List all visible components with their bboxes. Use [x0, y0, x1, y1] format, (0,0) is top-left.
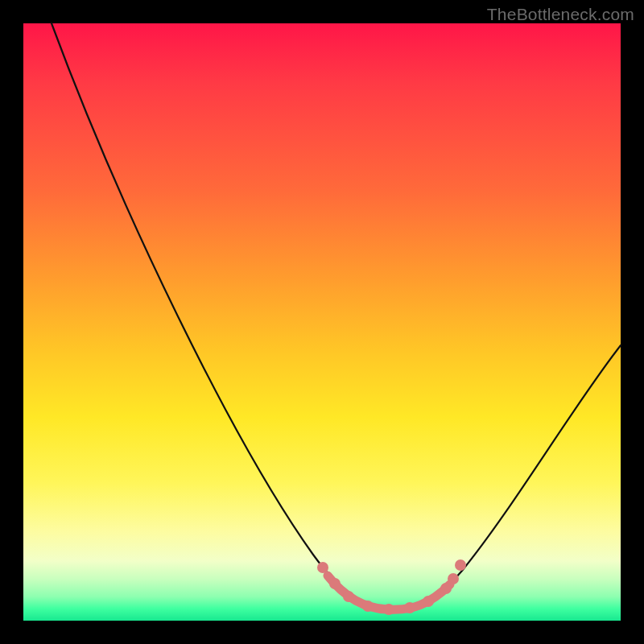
chart-frame: TheBottleneck.com	[0, 0, 644, 644]
curve-layer	[23, 23, 621, 621]
bottleneck-curve	[52, 23, 621, 609]
marker-dot	[343, 591, 354, 602]
marker-dot	[448, 573, 459, 584]
marker-dot	[329, 578, 341, 589]
marker-dot	[383, 604, 394, 615]
marker-dot	[404, 602, 415, 613]
marker-dot	[317, 562, 328, 573]
marker-dot	[455, 559, 466, 571]
watermark-text: TheBottleneck.com	[487, 5, 634, 24]
marker-dot	[440, 583, 452, 594]
marker-dot	[423, 596, 434, 607]
marker-dot	[362, 601, 374, 612]
